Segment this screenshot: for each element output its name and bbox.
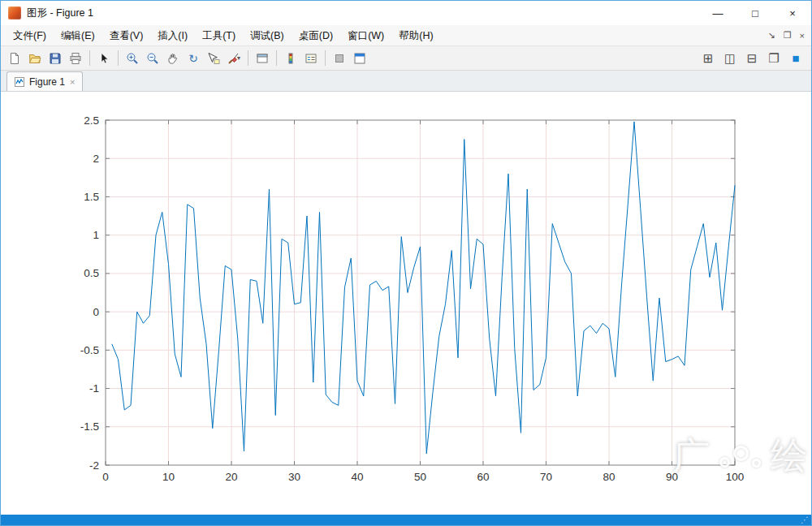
toolbar-separator [89, 50, 90, 66]
insert-legend-button[interactable] [301, 49, 321, 68]
dock-figure-button[interactable] [350, 49, 369, 68]
svg-text:100: 100 [726, 471, 745, 483]
split-horizontal-icon: ⊟ [747, 52, 758, 64]
save-floppy-icon [49, 52, 62, 65]
svg-text:-2: -2 [89, 459, 99, 472]
active-window-button[interactable]: ■ [786, 49, 806, 68]
toolbar-separator [248, 50, 248, 66]
svg-text:2: 2 [93, 153, 99, 165]
zoom-in-button[interactable] [123, 49, 142, 68]
zoom-out-icon [146, 52, 159, 65]
brush-dropdown-arrow[interactable]: ▾ [237, 54, 240, 62]
status-bar: ⋰ [1, 515, 811, 525]
menu-desktop[interactable]: 桌面(D) [292, 25, 340, 46]
tab-figure-1[interactable]: Figure 1 × [6, 71, 83, 91]
toolbar-separator [118, 50, 119, 66]
split-vertical-icon: ◫ [724, 52, 736, 64]
svg-text:-1.5: -1.5 [80, 420, 99, 433]
window-controls: — □ × [699, 1, 811, 25]
figure-tab-bar: Figure 1 × [1, 71, 811, 92]
axes-plot[interactable]: 0102030405060708090100-2-1.5-1-0.500.511… [1, 92, 811, 515]
menu-edit[interactable]: 编辑(E) [54, 25, 102, 46]
colorbar-icon [284, 52, 297, 65]
active-window-icon: ■ [792, 52, 799, 64]
svg-text:20: 20 [225, 471, 237, 483]
svg-text:10: 10 [162, 471, 175, 483]
resize-grip[interactable]: ⋰ [801, 515, 809, 525]
svg-text:0: 0 [102, 471, 109, 483]
float-windows-button[interactable]: ❐ [764, 49, 784, 68]
svg-text:-1: -1 [89, 382, 99, 394]
svg-text:50: 50 [414, 471, 426, 483]
menu-window[interactable]: 窗口(W) [340, 25, 391, 46]
maximize-button[interactable]: □ [736, 1, 774, 25]
svg-text:70: 70 [540, 471, 552, 483]
svg-text:1: 1 [93, 229, 99, 241]
menu-file[interactable]: 文件(F) [6, 25, 54, 46]
link-plots-icon [256, 52, 269, 65]
new-figure-icon [8, 52, 21, 65]
svg-text:30: 30 [288, 471, 300, 483]
split-vertical-button[interactable]: ◫ [720, 49, 740, 68]
data-cursor-button[interactable] [204, 49, 223, 68]
new-figure-button[interactable] [5, 49, 24, 68]
pan-hand-icon [166, 52, 179, 65]
svg-text:1.5: 1.5 [84, 191, 99, 203]
zoom-out-button[interactable] [143, 49, 162, 68]
toolbar-separator [276, 50, 277, 66]
rotate-3d-icon: ↻ [188, 53, 198, 64]
cursor-arrow-icon [97, 52, 110, 65]
print-figure-button[interactable] [66, 49, 85, 68]
figure-toolbar: ↻ ▾ ⊞ ◫ ⊟ ❐ ■ [1, 46, 811, 71]
dock-figure-icon [353, 52, 366, 65]
printer-icon [69, 52, 82, 65]
undock-icon[interactable]: ❐ [784, 30, 792, 41]
split-horizontal-button[interactable]: ⊟ [742, 49, 762, 68]
tile-windows-button[interactable]: ⊞ [698, 49, 718, 68]
menu-insert[interactable]: 插入(I) [150, 25, 195, 46]
svg-text:-0.5: -0.5 [80, 344, 99, 356]
hide-plot-tools-icon [333, 52, 346, 65]
float-windows-icon: ❐ [768, 52, 779, 64]
svg-text:40: 40 [351, 471, 363, 483]
open-folder-icon [28, 52, 41, 65]
insert-colorbar-button[interactable] [281, 49, 300, 68]
menu-right-controls: ↘ ❐ × [767, 30, 811, 41]
menu-close-icon[interactable]: × [800, 31, 805, 41]
menu-tools[interactable]: 工具(T) [195, 25, 243, 46]
window-layout-controls: ⊞ ◫ ⊟ ❐ ■ [698, 49, 811, 68]
dock-arrow-icon[interactable]: ↘ [767, 30, 775, 41]
close-button[interactable]: × [774, 1, 811, 25]
figure-canvas: 0102030405060708090100-2-1.5-1-0.500.511… [1, 92, 811, 515]
menu-debug[interactable]: 调试(B) [243, 25, 292, 46]
tab-close-icon[interactable]: × [70, 77, 75, 87]
legend-icon [304, 52, 317, 65]
title-bar: 图形 - Figure 1 — □ × [1, 1, 811, 25]
menu-bar: 文件(F) 编辑(E) 查看(V) 插入(I) 工具(T) 调试(B) 桌面(D… [1, 25, 811, 46]
svg-text:90: 90 [666, 471, 678, 483]
figure-window: 图形 - Figure 1 — □ × 文件(F) 编辑(E) 查看(V) 插入… [0, 0, 812, 526]
tab-label: Figure 1 [29, 76, 65, 88]
matlab-app-icon [8, 6, 21, 19]
save-figure-button[interactable] [45, 49, 65, 68]
svg-text:80: 80 [603, 471, 615, 483]
svg-text:60: 60 [477, 471, 489, 483]
data-cursor-icon [207, 52, 220, 65]
svg-text:2.5: 2.5 [84, 114, 99, 127]
window-title: 图形 - Figure 1 [27, 6, 93, 20]
svg-text:0.5: 0.5 [84, 267, 99, 279]
svg-text:0: 0 [93, 306, 99, 318]
rotate-3d-button[interactable]: ↻ [184, 49, 203, 68]
menu-view[interactable]: 查看(V) [102, 25, 151, 46]
tile-windows-icon: ⊞ [703, 52, 714, 64]
open-file-button[interactable] [25, 49, 45, 68]
hide-plot-tools-button[interactable] [330, 49, 349, 68]
brush-button[interactable]: ▾ [224, 49, 244, 68]
edit-cursor-button[interactable] [94, 49, 114, 68]
link-plots-button[interactable] [253, 49, 272, 68]
pan-button[interactable] [163, 49, 183, 68]
figure-tab-icon [15, 77, 24, 87]
menu-help[interactable]: 帮助(H) [391, 25, 440, 46]
toolbar-separator [325, 50, 326, 66]
minimize-button[interactable]: — [699, 1, 736, 25]
